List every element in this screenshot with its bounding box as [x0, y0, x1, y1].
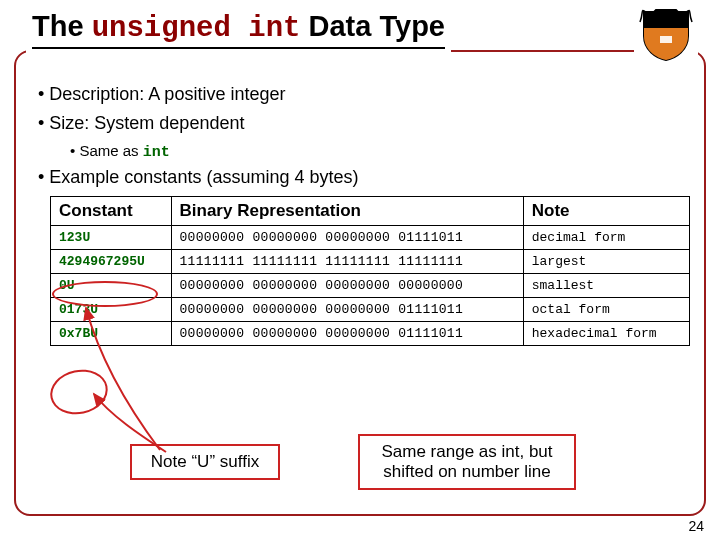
cell-binary: 11111111 11111111 11111111 11111111	[171, 250, 523, 274]
th-binary: Binary Representation	[171, 197, 523, 226]
cell-constant: 0x7BU	[51, 322, 172, 346]
cell-binary: 00000000 00000000 00000000 00000000	[171, 274, 523, 298]
th-note: Note	[523, 197, 689, 226]
cell-note: decimal form	[523, 226, 689, 250]
table-row: 123U 00000000 00000000 00000000 01111011…	[51, 226, 690, 250]
callout-range-text: Same range as int, but shifted on number…	[381, 442, 552, 481]
bullet-size-sub: Same as int	[70, 142, 690, 161]
constants-table: Constant Binary Representation Note 123U…	[50, 196, 690, 346]
table-header-row: Constant Binary Representation Note	[51, 197, 690, 226]
cell-constant: 123U	[51, 226, 172, 250]
bullet-examples: Example constants (assuming 4 bytes)	[38, 167, 690, 188]
size-sub-keyword: int	[143, 144, 170, 161]
title-block: The unsigned int Data Type	[26, 10, 451, 55]
princeton-shield-icon	[634, 6, 698, 66]
callout-u-suffix-text: Note “U” suffix	[151, 452, 259, 471]
cell-constant: 0173U	[51, 298, 172, 322]
title-underline	[32, 47, 445, 49]
cell-note: hexadecimal form	[523, 322, 689, 346]
th-constant: Constant	[51, 197, 172, 226]
cell-binary: 00000000 00000000 00000000 01111011	[171, 226, 523, 250]
callout-range-note: Same range as int, but shifted on number…	[358, 434, 576, 490]
slide-title: The unsigned int Data Type	[32, 10, 445, 45]
cell-note: largest	[523, 250, 689, 274]
svg-rect-0	[660, 36, 672, 43]
cell-binary: 00000000 00000000 00000000 01111011	[171, 322, 523, 346]
table-row: 0x7BU 00000000 00000000 00000000 0111101…	[51, 322, 690, 346]
cell-constant: 4294967295U	[51, 250, 172, 274]
page-number: 24	[688, 518, 704, 534]
callout-u-suffix: Note “U” suffix	[130, 444, 280, 480]
title-pre: The	[32, 10, 92, 42]
cell-note: octal form	[523, 298, 689, 322]
table-row: 4294967295U 11111111 11111111 11111111 1…	[51, 250, 690, 274]
title-keyword: unsigned int	[92, 12, 301, 45]
cell-note: smallest	[523, 274, 689, 298]
table-row: 0U 00000000 00000000 00000000 00000000 s…	[51, 274, 690, 298]
content-area: Description: A positive integer Size: Sy…	[30, 78, 690, 346]
bullet-size: Size: System dependent	[38, 113, 690, 134]
cell-binary: 00000000 00000000 00000000 01111011	[171, 298, 523, 322]
cell-constant: 0U	[51, 274, 172, 298]
bullet-description: Description: A positive integer	[38, 84, 690, 105]
title-post: Data Type	[300, 10, 445, 42]
table-row: 0173U 00000000 00000000 00000000 0111101…	[51, 298, 690, 322]
size-sub-pre: Same as	[79, 142, 142, 159]
